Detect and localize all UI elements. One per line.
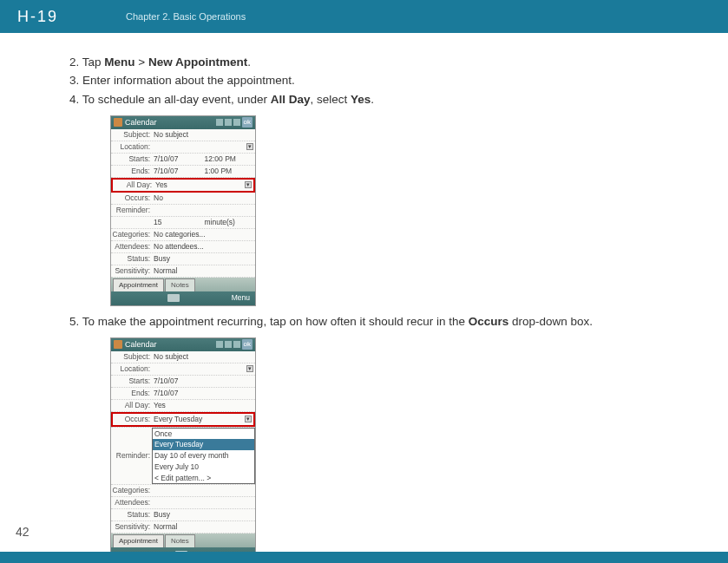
step2-gt: > (135, 56, 148, 69)
step2-new-appointment: New Appointment (148, 56, 247, 69)
starts-time[interactable]: 12:00 PM (205, 154, 256, 165)
pda-body: Subject:No subject Location:▾ Starts:7/1… (111, 351, 255, 534)
allday-value[interactable]: Yes▾ (154, 180, 253, 191)
categories-label: Categories: (111, 485, 152, 496)
location-label: Location: (111, 363, 152, 375)
dropdown-edit-pattern[interactable]: < Edit pattern... > (153, 473, 254, 484)
chevron-down-icon[interactable]: ▾ (245, 416, 252, 422)
status-label: Status: (111, 253, 152, 265)
chevron-down-icon[interactable]: ▾ (246, 365, 253, 372)
app-title: Calendar (125, 340, 157, 349)
chevron-down-icon[interactable]: ▾ (246, 143, 253, 150)
dropdown-july10[interactable]: Every July 10 (153, 462, 254, 473)
step2-menu: Menu (104, 56, 134, 69)
sensitivity-value[interactable]: Normal (152, 265, 255, 277)
sensitivity-label: Sensitivity: (111, 265, 152, 277)
starts-value[interactable]: 7/10/0712:00 PM (152, 154, 255, 165)
allday-row-highlighted: All Day:Yes▾ (111, 178, 255, 193)
topbar-right: ok (216, 117, 253, 128)
pda-screen-1: Calendar ok Subject:No subject Location:… (110, 115, 256, 306)
dropdown-every-tuesday[interactable]: Every Tuesday (153, 439, 254, 450)
dropdown-once[interactable]: Once (153, 429, 254, 440)
step4-pre: 4. To schedule an all-day event, under (69, 93, 271, 106)
tab-notes[interactable]: Notes (165, 534, 195, 547)
ends-label: Ends: (111, 388, 152, 399)
sensitivity-label: Sensitivity: (111, 521, 152, 533)
pda-bottombar: Menu (111, 291, 255, 305)
chevron-down-icon[interactable]: ▾ (245, 181, 252, 188)
tab-appointment[interactable]: Appointment (113, 534, 164, 547)
subject-label: Subject: (111, 129, 152, 141)
occurs-value[interactable]: Every Tuesday▾ (152, 412, 255, 427)
status-value[interactable]: Busy (152, 253, 255, 265)
step-4: 4. To schedule an all-day event, under A… (69, 91, 728, 108)
ok-button[interactable]: ok (242, 117, 253, 128)
network-icon (225, 119, 232, 126)
allday-label: All Day: (111, 400, 152, 411)
header-bar: H-19 Chapter 2. Basic Operations (0, 0, 728, 33)
ends-value[interactable]: 7/10/071:00 PM (152, 166, 255, 177)
menu-softkey[interactable]: Menu (232, 292, 250, 304)
step4-mid: , select (310, 93, 351, 106)
allday-text: Yes (155, 180, 167, 189)
categories-label: Categories: (111, 229, 152, 240)
starts-date[interactable]: 7/10/07 (154, 154, 205, 165)
volume-icon (233, 341, 240, 348)
pda-topbar: Calendar ok (111, 338, 255, 351)
subject-label: Subject: (111, 351, 152, 363)
reminder-label: Reminder: (111, 450, 152, 462)
step-2: 2. Tap Menu > New Appointment. (69, 54, 728, 71)
signal-icon (216, 119, 223, 126)
categories-value[interactable]: No categories... (152, 229, 255, 240)
topbar-right: ok (216, 339, 253, 350)
reminder-label: Reminder: (111, 205, 152, 216)
screenshot-1: Calendar ok Subject:No subject Location:… (110, 115, 728, 306)
tab-notes[interactable]: Notes (165, 278, 195, 291)
pda-topbar: Calendar ok (111, 116, 255, 129)
pda-body: Subject:No subject Location:▾ Starts:7/1… (111, 129, 255, 278)
step-5: 5. To make the appointment recurring, ta… (69, 313, 728, 331)
occurs-value[interactable]: No (152, 193, 255, 204)
reminder-unit[interactable]: minute(s) (205, 217, 256, 228)
step5-occurs: Occurs (469, 315, 509, 328)
occurs-dropdown[interactable]: Once Every Tuesday Day 10 of every month… (152, 428, 255, 485)
keyboard-icon[interactable] (167, 294, 180, 302)
topbar-left: Calendar (114, 339, 157, 351)
allday-value[interactable]: Yes (152, 400, 255, 411)
subject-value[interactable]: No subject (152, 129, 255, 141)
content-area: 2. Tap Menu > New Appointment. 3. Enter … (0, 33, 728, 562)
chapter-title: Chapter 2. Basic Operations (126, 11, 246, 22)
location-label: Location: (111, 141, 152, 153)
status-value[interactable]: Busy (152, 509, 255, 520)
ok-button[interactable]: ok (242, 339, 253, 350)
tab-appointment[interactable]: Appointment (113, 278, 164, 291)
attendees-value[interactable]: No attendees... (152, 241, 255, 252)
logo: H-19 (17, 8, 100, 26)
ends-value[interactable]: 7/10/07 (152, 388, 255, 399)
ends-date[interactable]: 7/10/07 (154, 166, 205, 177)
app-title: Calendar (125, 118, 157, 127)
sensitivity-value[interactable]: Normal (152, 521, 255, 533)
starts-value[interactable]: 7/10/07 (152, 376, 255, 387)
allday-label: All Day: (113, 180, 154, 191)
signal-icon (216, 341, 223, 348)
ends-time[interactable]: 1:00 PM (205, 166, 256, 177)
pda-tabs: Appointment Notes (111, 278, 255, 291)
step2-post: . (247, 56, 251, 69)
reminder-number[interactable]: 15 (154, 217, 205, 228)
dropdown-day10[interactable]: Day 10 of every month (153, 450, 254, 462)
status-label: Status: (111, 509, 152, 520)
reminder-detail[interactable]: 15minute(s) (152, 217, 255, 228)
subject-value[interactable]: No subject (152, 351, 255, 363)
step4-yes: Yes (351, 93, 371, 106)
starts-label: Starts: (111, 154, 152, 165)
topbar-left: Calendar (114, 117, 157, 129)
step4-allday: All Day (271, 93, 311, 106)
occurs-label: Occurs: (111, 412, 152, 427)
network-icon (225, 341, 232, 348)
step2-pre: 2. Tap (69, 56, 104, 69)
occurs-label: Occurs: (111, 193, 152, 204)
volume-icon (233, 119, 240, 126)
screenshot-2: Calendar ok Subject:No subject Location:… (110, 337, 728, 563)
pda-tabs: Appointment Notes (111, 534, 255, 547)
